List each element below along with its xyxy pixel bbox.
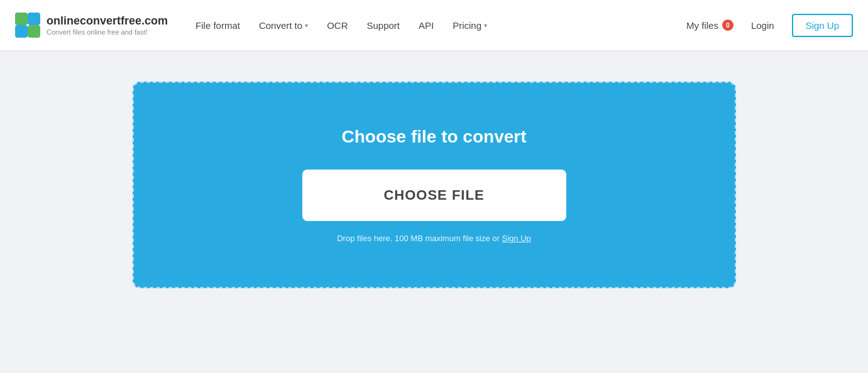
drop-hint: Drop files here. 100 MB maximum file siz… (337, 234, 531, 243)
svg-rect-0 (15, 13, 28, 25)
nav-right: My files 0 Login Sign Up (686, 14, 853, 37)
logo-link[interactable]: onlineconvertfree.com Convert files onli… (15, 13, 168, 38)
logo-title: onlineconvertfree.com (47, 14, 168, 28)
logo-icon (15, 13, 40, 38)
nav-item-api[interactable]: API (411, 15, 441, 36)
drop-zone-title: Choose file to convert (341, 127, 526, 147)
nav-item-file-format[interactable]: File format (188, 15, 248, 36)
signup-link[interactable]: Sign Up (502, 234, 531, 243)
nav-item-convert-to[interactable]: Convert to ▾ (251, 15, 316, 36)
svg-rect-1 (28, 13, 40, 25)
chevron-down-icon: ▾ (484, 22, 487, 29)
my-files-link[interactable]: My files 0 (686, 19, 733, 31)
chevron-down-icon: ▾ (305, 22, 308, 29)
header: onlineconvertfree.com Convert files onli… (0, 0, 868, 50)
logo-subtitle: Convert files online free and fast! (47, 28, 168, 36)
signup-button[interactable]: Sign Up (792, 14, 853, 37)
nav-item-ocr[interactable]: OCR (319, 15, 355, 36)
my-files-label: My files (686, 20, 718, 31)
svg-rect-2 (15, 25, 28, 38)
svg-rect-3 (28, 25, 40, 38)
main-nav: File format Convert to ▾ OCR Support API… (188, 15, 686, 36)
drop-zone[interactable]: Choose file to convert CHOOSE FILE Drop … (133, 82, 736, 288)
choose-file-button[interactable]: CHOOSE FILE (302, 170, 566, 221)
nav-item-pricing[interactable]: Pricing ▾ (445, 15, 495, 36)
nav-item-support[interactable]: Support (359, 15, 407, 36)
main-content: Choose file to convert CHOOSE FILE Drop … (0, 50, 868, 320)
login-button[interactable]: Login (744, 15, 782, 36)
logo-text: onlineconvertfree.com Convert files onli… (47, 14, 168, 36)
my-files-badge: 0 (722, 19, 733, 31)
